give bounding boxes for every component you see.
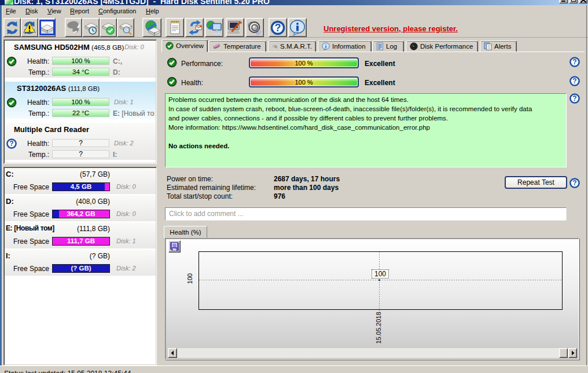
svg-text:?: ? — [572, 77, 576, 85]
svg-text:?: ? — [275, 22, 281, 34]
svg-text:?: ? — [572, 179, 576, 187]
svg-text:?: ? — [572, 94, 576, 103]
svg-text:?: ? — [572, 58, 576, 66]
